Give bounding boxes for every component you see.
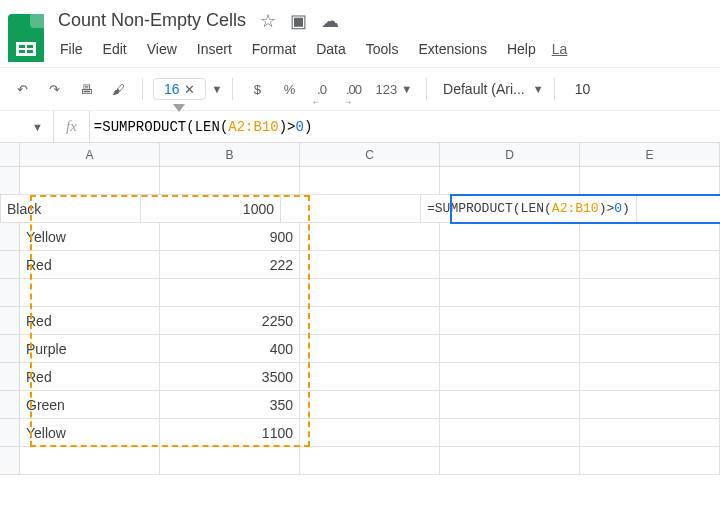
cell[interactable]: [300, 307, 440, 335]
cell[interactable]: [300, 223, 440, 251]
move-icon[interactable]: ▣: [290, 10, 307, 32]
cell[interactable]: [300, 335, 440, 363]
cell[interactable]: [580, 335, 720, 363]
col-header[interactable]: D: [440, 143, 580, 166]
cell[interactable]: 2250: [160, 307, 300, 335]
cloud-icon[interactable]: ☁: [321, 10, 339, 32]
cell[interactable]: [580, 447, 720, 475]
cell[interactable]: [580, 167, 720, 195]
currency-button[interactable]: $: [243, 75, 271, 103]
cell[interactable]: 350: [160, 391, 300, 419]
number-format-button[interactable]: 123▼: [371, 75, 416, 103]
menu-view[interactable]: View: [139, 37, 185, 61]
row-header[interactable]: [0, 363, 20, 391]
increase-decimal-button[interactable]: .00: [339, 75, 367, 103]
cell[interactable]: [20, 279, 160, 307]
row-header[interactable]: [0, 279, 20, 307]
row-header[interactable]: [0, 223, 20, 251]
cell[interactable]: [440, 391, 580, 419]
cell[interactable]: Purple: [20, 335, 160, 363]
cell[interactable]: [440, 363, 580, 391]
cell[interactable]: [300, 419, 440, 447]
undo-button[interactable]: ↶: [8, 75, 36, 103]
col-header[interactable]: C: [300, 143, 440, 166]
cell[interactable]: [580, 279, 720, 307]
cell[interactable]: Black: [1, 195, 141, 223]
cell[interactable]: [440, 279, 580, 307]
cell[interactable]: [20, 167, 160, 195]
row-header[interactable]: [0, 447, 20, 475]
star-icon[interactable]: ☆: [260, 10, 276, 32]
row-header[interactable]: [0, 419, 20, 447]
cell[interactable]: [160, 447, 300, 475]
cell[interactable]: [580, 251, 720, 279]
active-cell[interactable]: =SUMPRODUCT(LEN(A2:B10)>0): [421, 195, 637, 223]
paint-format-button[interactable]: 🖌: [104, 75, 132, 103]
cell[interactable]: Red: [20, 363, 160, 391]
cell[interactable]: [300, 251, 440, 279]
cell[interactable]: 1100: [160, 419, 300, 447]
cell[interactable]: 900: [160, 223, 300, 251]
cell[interactable]: 400: [160, 335, 300, 363]
col-header[interactable]: E: [580, 143, 720, 166]
cell[interactable]: [281, 195, 421, 223]
zoom-select[interactable]: 16✕: [153, 78, 206, 100]
col-header[interactable]: B: [160, 143, 300, 166]
cell[interactable]: [580, 363, 720, 391]
cell[interactable]: [440, 223, 580, 251]
cell[interactable]: [440, 335, 580, 363]
last-edit-link[interactable]: La: [548, 37, 572, 61]
decrease-decimal-button[interactable]: .0: [307, 75, 335, 103]
cell[interactable]: Yellow: [20, 223, 160, 251]
cell[interactable]: [440, 307, 580, 335]
spreadsheet-grid[interactable]: A B C D E Black 1000 =SUMPRODUCT(LEN(A2:…: [0, 143, 720, 475]
cell[interactable]: [580, 223, 720, 251]
percent-button[interactable]: %: [275, 75, 303, 103]
cell[interactable]: [300, 447, 440, 475]
font-select[interactable]: Default (Ari... ▼: [437, 81, 544, 97]
cell[interactable]: 3500: [160, 363, 300, 391]
menu-tools[interactable]: Tools: [358, 37, 407, 61]
cell[interactable]: [20, 447, 160, 475]
cell[interactable]: [637, 195, 720, 223]
cell[interactable]: [440, 447, 580, 475]
cell[interactable]: [440, 167, 580, 195]
cell[interactable]: [160, 167, 300, 195]
cell[interactable]: 222: [160, 251, 300, 279]
cell[interactable]: [440, 419, 580, 447]
cell[interactable]: [160, 279, 300, 307]
zoom-dropdown-icon[interactable]: ▼: [212, 83, 223, 95]
redo-button[interactable]: ↷: [40, 75, 68, 103]
col-header[interactable]: A: [20, 143, 160, 166]
cell[interactable]: [300, 391, 440, 419]
row-header[interactable]: [0, 335, 20, 363]
menu-edit[interactable]: Edit: [95, 37, 135, 61]
row-header[interactable]: [0, 167, 20, 195]
cell[interactable]: [300, 363, 440, 391]
formula-input[interactable]: =SUMPRODUCT(LEN(A2:B10)>0): [90, 119, 313, 135]
menu-extensions[interactable]: Extensions: [410, 37, 494, 61]
cell[interactable]: Yellow: [20, 419, 160, 447]
cell[interactable]: [300, 167, 440, 195]
cell[interactable]: [300, 279, 440, 307]
row-header[interactable]: [0, 391, 20, 419]
name-box[interactable]: ▼: [0, 111, 54, 142]
cell[interactable]: [440, 251, 580, 279]
print-button[interactable]: 🖶: [72, 75, 100, 103]
cell[interactable]: [580, 307, 720, 335]
menu-file[interactable]: File: [52, 37, 91, 61]
cell[interactable]: 1000: [141, 195, 281, 223]
select-all-corner[interactable]: [0, 143, 20, 166]
menu-help[interactable]: Help: [499, 37, 544, 61]
cell[interactable]: Red: [20, 251, 160, 279]
row-header[interactable]: [0, 307, 20, 335]
cell[interactable]: Red: [20, 307, 160, 335]
menu-insert[interactable]: Insert: [189, 37, 240, 61]
cell[interactable]: [580, 391, 720, 419]
row-header[interactable]: [0, 251, 20, 279]
menu-data[interactable]: Data: [308, 37, 354, 61]
font-size-select[interactable]: 10: [565, 81, 607, 97]
cell[interactable]: Green: [20, 391, 160, 419]
document-title[interactable]: Count Non-Empty Cells: [52, 8, 252, 33]
cell[interactable]: [580, 419, 720, 447]
